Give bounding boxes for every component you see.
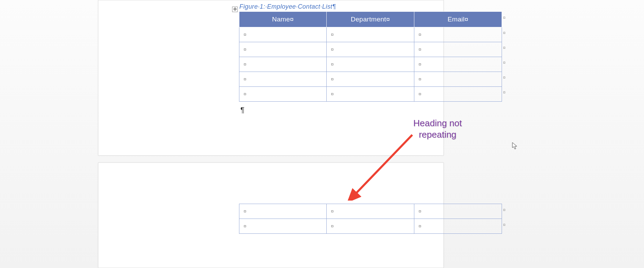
table-cell[interactable]: ¤ (239, 27, 327, 42)
table-row[interactable]: ¤ ¤ ¤ (239, 219, 502, 234)
table-cell[interactable]: ¤ (239, 219, 327, 234)
table-cell[interactable]: ¤ (239, 42, 327, 57)
table-row[interactable]: ¤ ¤ ¤ (239, 27, 502, 42)
table-cell[interactable]: ¤ (414, 57, 502, 72)
mouse-cursor-icon (512, 142, 518, 150)
table-cell[interactable]: ¤ (327, 72, 414, 87)
table-cell[interactable]: ¤ (239, 57, 327, 72)
row-end-mark-icon: ¤ (503, 90, 505, 95)
table-cell[interactable]: ¤ (414, 42, 502, 57)
employee-contact-table-continued[interactable]: ¤ ¤ ¤ ¤ ¤ ¤ (239, 204, 502, 234)
table-move-handle-icon[interactable]: ✥ (232, 7, 238, 12)
header-email[interactable]: Email¤ (414, 12, 502, 27)
header-department[interactable]: Department¤ (327, 12, 414, 27)
employee-contact-table[interactable]: Name¤ Department¤ Email¤ ¤ ¤ ¤ ¤ ¤ ¤ ¤ ¤… (239, 11, 502, 102)
table-row[interactable]: ¤ ¤ ¤ (239, 204, 502, 219)
table-cell[interactable]: ¤ (414, 219, 502, 234)
header-name[interactable]: Name¤ (239, 12, 327, 27)
table-cell[interactable]: ¤ (327, 27, 414, 42)
table-row[interactable]: ¤ ¤ ¤ (239, 57, 502, 72)
table-cell[interactable]: ¤ (327, 42, 414, 57)
row-end-mark-icon: ¤ (503, 222, 505, 227)
table-row[interactable]: ¤ ¤ ¤ (239, 87, 502, 102)
table-row[interactable]: ¤ ¤ ¤ (239, 42, 502, 57)
annotation-text: Heading not repeating (413, 118, 462, 141)
row-end-mark-icon: ¤ (503, 207, 505, 212)
row-end-mark-icon: ¤ (503, 60, 505, 65)
row-end-mark-icon: ¤ (503, 75, 505, 80)
figure-caption[interactable]: Figure·1:·Employee·Contact·List¶ (239, 3, 336, 10)
table-row[interactable]: ¤ ¤ ¤ (239, 72, 502, 87)
table-cell[interactable]: ¤ (414, 72, 502, 87)
document-page-2[interactable]: ¤ ¤ ¤ ¤ ¤ ¤ ¤ ¤ (98, 163, 444, 268)
paragraph-mark-icon: ¶ (240, 105, 245, 114)
table-cell[interactable]: ¤ (327, 219, 414, 234)
table-cell[interactable]: ¤ (414, 87, 502, 102)
table-cell[interactable]: ¤ (327, 204, 414, 219)
table-cell[interactable]: ¤ (239, 204, 327, 219)
table-cell[interactable]: ¤ (239, 87, 327, 102)
row-end-mark-icon: ¤ (503, 30, 505, 35)
table-cell[interactable]: ¤ (327, 57, 414, 72)
row-end-mark-icon: ¤ (503, 15, 505, 20)
table-cell[interactable]: ¤ (414, 204, 502, 219)
row-end-mark-icon: ¤ (503, 45, 505, 50)
table-cell[interactable]: ¤ (327, 87, 414, 102)
table-cell[interactable]: ¤ (239, 72, 327, 87)
table-cell[interactable]: ¤ (414, 27, 502, 42)
document-page-1[interactable]: Figure·1:·Employee·Contact·List¶ ✥ Name¤… (98, 0, 444, 156)
table-header-row[interactable]: Name¤ Department¤ Email¤ (239, 12, 502, 27)
